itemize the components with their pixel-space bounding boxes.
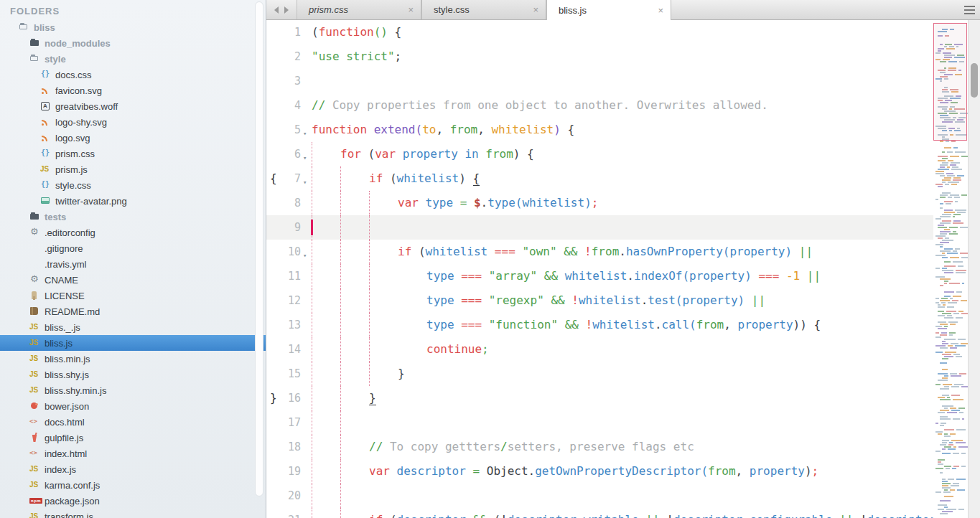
code-content[interactable]: if (whitelist === "own" && !from.hasOwnP… <box>312 240 933 264</box>
code-line-17[interactable]: 17 <box>266 410 933 435</box>
sidebar-item-bliss-js[interactable]: bliss.js <box>0 335 266 351</box>
code-line-12[interactable]: 12type === "regexp" && !whitelist.test(p… <box>266 288 933 313</box>
code-content[interactable] <box>312 69 933 93</box>
code-line-14[interactable]: 14continue; <box>266 337 933 362</box>
sidebar-item--travis-yml[interactable]: .travis.yml <box>0 256 266 272</box>
token: from <box>708 464 736 478</box>
token: property <box>729 245 785 258</box>
tab-close-icon[interactable]: × <box>408 5 414 14</box>
sidebar-item-docs-css[interactable]: docs.css <box>0 67 266 83</box>
code-content[interactable]: type === "function" && !whitelist.call(f… <box>312 313 933 337</box>
sidebar-item-karma-conf-js[interactable]: karma.conf.js <box>0 477 266 493</box>
code-content[interactable]: } <box>312 386 933 410</box>
tab-prism-css[interactable]: prism.css× <box>297 0 421 19</box>
code-editor[interactable]: 1(function() {2"use strict";34// Copy pr… <box>266 20 933 518</box>
code-line-7[interactable]: {7▾if (whitelist) { <box>266 166 933 191</box>
line-number: 7 <box>276 166 301 191</box>
sidebar-item-bower-json[interactable]: bower.json <box>0 398 266 414</box>
token: extend( <box>374 123 422 136</box>
sidebar-item-cname[interactable]: CNAME <box>0 272 266 288</box>
code-content[interactable]: type === "array" && whitelist.indexOf(pr… <box>312 264 933 288</box>
code-content[interactable]: if (whitelist) { <box>312 166 933 191</box>
code-line-5[interactable]: 5▾function extend(to, from, whitelist) { <box>266 118 933 142</box>
sidebar-item-package-json[interactable]: package.json <box>0 493 266 509</box>
sidebar-item-prism-js[interactable]: prism.js <box>0 161 266 177</box>
sidebar-item-license[interactable]: LICENSE <box>0 288 266 303</box>
code-line-20[interactable]: 20 <box>266 484 933 508</box>
minimap-code-mark <box>935 244 943 245</box>
sidebar-item-bliss-shy-js[interactable]: bliss.shy.js <box>0 367 266 382</box>
code-content[interactable]: // Copy properties from one object to an… <box>312 93 933 118</box>
minimap-code-mark <box>940 513 948 514</box>
sidebar-item-index-js[interactable]: index.js <box>0 461 266 477</box>
sidebar-scrollbar-thumb[interactable] <box>255 1 263 496</box>
sidebar-item-bliss[interactable]: bliss <box>0 19 266 35</box>
minimap-code-mark <box>948 479 954 480</box>
sidebar-item-bliss-js[interactable]: bliss._.js <box>0 319 266 335</box>
sidebar-item-greatvibes-woff[interactable]: greatvibes.woff <box>0 98 266 114</box>
code-line-8[interactable]: 8var type = $.type(whitelist); <box>266 191 933 215</box>
sidebar-item-gulpfile-js[interactable]: gulpfile.js <box>0 430 266 446</box>
code-content[interactable]: (function() { <box>312 20 933 44</box>
code-content[interactable]: } <box>312 362 933 386</box>
code-line-9[interactable]: 9 <box>266 215 933 240</box>
code-line-11[interactable]: 11type === "array" && whitelist.indexOf(… <box>266 264 933 288</box>
token: ) <box>805 464 812 478</box>
code-line-4[interactable]: 4// Copy properties from one object to a… <box>266 93 933 118</box>
sidebar-item-style-css[interactable]: style.css <box>0 177 266 193</box>
tab-close-icon[interactable]: × <box>533 5 538 14</box>
minimap-viewport[interactable] <box>933 23 967 141</box>
code-line-2[interactable]: 2"use strict"; <box>266 44 933 69</box>
code-line-21[interactable]: 21if (descriptor && (!descriptor.writabl… <box>266 508 933 518</box>
code-content[interactable] <box>312 410 933 435</box>
sidebar-item-index-html[interactable]: index.html <box>0 446 266 461</box>
sidebar-item-style[interactable]: style <box>0 51 266 67</box>
tab-scroll-right-icon[interactable] <box>284 6 289 14</box>
tab-bliss-js[interactable]: bliss.js× <box>546 0 671 20</box>
code-line-19[interactable]: 19var descriptor = Object.getOwnProperty… <box>266 459 933 484</box>
sidebar-item-docs-html[interactable]: docs.html <box>0 414 266 430</box>
code-content[interactable] <box>312 215 933 240</box>
code-content[interactable]: continue; <box>312 337 933 362</box>
code-line-10[interactable]: 10▾if (whitelist === "own" && !from.hasO… <box>266 240 933 264</box>
tab-style-css[interactable]: style.css× <box>421 0 546 19</box>
token: ! <box>853 513 867 518</box>
code-line-13[interactable]: 13type === "function" && !whitelist.call… <box>266 313 933 337</box>
sidebar-item-tests[interactable]: tests <box>0 209 266 225</box>
code-line-18[interactable]: 18// To copy gettters/setters, preserve … <box>266 435 933 459</box>
code-content[interactable]: var type = $.type(whitelist); <box>312 191 933 215</box>
sidebar-item-node-modules[interactable]: node_modules <box>0 35 266 51</box>
tab-close-icon[interactable]: × <box>658 6 663 15</box>
code-content[interactable]: var descriptor = Object.getOwnPropertyDe… <box>312 459 933 484</box>
code-content[interactable] <box>312 484 933 508</box>
code-content[interactable]: "use strict"; <box>312 44 933 69</box>
minimap[interactable] <box>933 20 968 518</box>
tab-overflow-menu-icon[interactable] <box>964 5 976 15</box>
sidebar-item-prism-css[interactable]: prism.css <box>0 146 266 161</box>
sidebar-item-transform-js[interactable]: transform.js <box>0 509 266 518</box>
sidebar-item--gitignore[interactable]: .gitignore <box>0 240 266 256</box>
code-content[interactable]: // To copy gettters/setters, preserve fl… <box>312 435 933 459</box>
code-content[interactable]: type === "regexp" && !whitelist.test(pro… <box>312 288 933 313</box>
sidebar-item-bliss-min-js[interactable]: bliss.min.js <box>0 351 266 367</box>
code-line-6[interactable]: 6▾for (var property in from) { <box>266 142 933 166</box>
code-content[interactable]: function extend(to, from, whitelist) { <box>312 118 933 142</box>
code-content[interactable]: for (var property in from) { <box>312 142 933 166</box>
sidebar-item-bliss-shy-min-js[interactable]: bliss.shy.min.js <box>0 382 266 398</box>
vertical-scrollbar[interactable] <box>968 20 980 518</box>
code-line-1[interactable]: 1(function() { <box>266 20 933 44</box>
sidebar-item-twitter-avatar-png[interactable]: twitter-avatar.png <box>0 193 266 209</box>
sidebar-item-favicon-svg[interactable]: favicon.svg <box>0 83 266 98</box>
token: === <box>454 318 482 331</box>
code-line-15[interactable]: 15} <box>266 362 933 386</box>
code-content[interactable]: if (descriptor && (!descriptor.writable … <box>312 508 933 518</box>
sidebar-item--editorconfig[interactable]: .editorconfig <box>0 225 266 240</box>
code-line-3[interactable]: 3 <box>266 69 933 93</box>
vertical-scrollbar-thumb[interactable] <box>971 63 978 98</box>
sidebar-item-logo-svg[interactable]: logo.svg <box>0 130 266 146</box>
code-line-16[interactable]: }16} <box>266 386 933 410</box>
minimap-code-mark <box>942 158 948 159</box>
sidebar-item-logo-shy-svg[interactable]: logo-shy.svg <box>0 114 266 130</box>
tab-scroll-left-icon[interactable] <box>274 6 279 14</box>
sidebar-item-readme-md[interactable]: README.md <box>0 303 266 319</box>
